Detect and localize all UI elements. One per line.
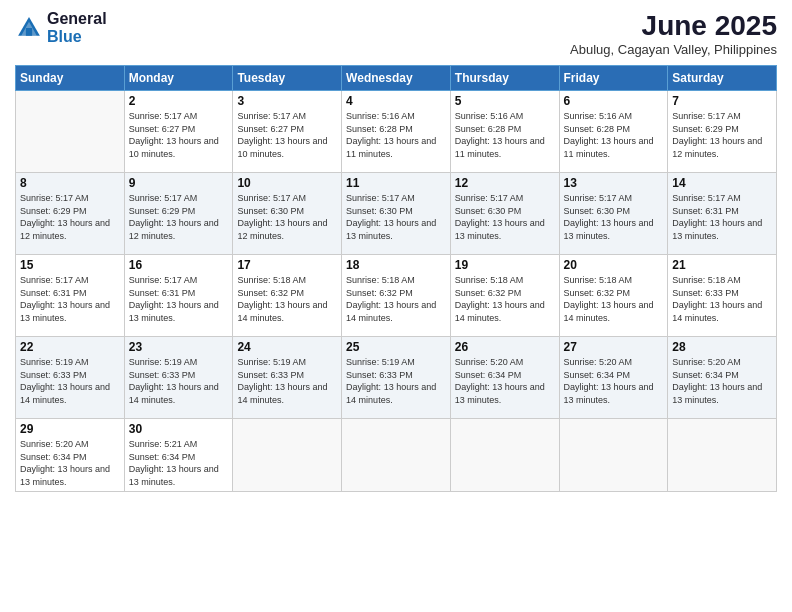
sunset-label: Sunset: 6:32 PM: [346, 288, 413, 298]
col-friday: Friday: [559, 66, 668, 91]
table-cell: 3 Sunrise: 5:17 AM Sunset: 6:27 PM Dayli…: [233, 91, 342, 173]
daylight-label: Daylight: 13 hours and 12 minutes.: [20, 218, 110, 241]
svg-rect-2: [26, 28, 32, 36]
day-info: Sunrise: 5:17 AM Sunset: 6:27 PM Dayligh…: [129, 110, 229, 160]
sunrise-label: Sunrise: 5:17 AM: [237, 111, 306, 121]
logo: General Blue: [15, 10, 107, 45]
sunrise-label: Sunrise: 5:18 AM: [672, 275, 741, 285]
daylight-label: Daylight: 13 hours and 13 minutes.: [129, 300, 219, 323]
day-info: Sunrise: 5:19 AM Sunset: 6:33 PM Dayligh…: [20, 356, 120, 406]
sunset-label: Sunset: 6:30 PM: [455, 206, 522, 216]
day-number: 2: [129, 94, 229, 108]
table-cell: [668, 419, 777, 492]
table-cell: 4 Sunrise: 5:16 AM Sunset: 6:28 PM Dayli…: [342, 91, 451, 173]
table-cell: 28 Sunrise: 5:20 AM Sunset: 6:34 PM Dayl…: [668, 337, 777, 419]
daylight-label: Daylight: 13 hours and 12 minutes.: [237, 218, 327, 241]
day-number: 9: [129, 176, 229, 190]
table-cell: 20 Sunrise: 5:18 AM Sunset: 6:32 PM Dayl…: [559, 255, 668, 337]
sunrise-label: Sunrise: 5:17 AM: [672, 193, 741, 203]
logo-general-text: General: [47, 10, 107, 28]
daylight-label: Daylight: 13 hours and 13 minutes.: [672, 382, 762, 405]
table-cell: [559, 419, 668, 492]
day-number: 8: [20, 176, 120, 190]
day-number: 14: [672, 176, 772, 190]
col-saturday: Saturday: [668, 66, 777, 91]
day-info: Sunrise: 5:16 AM Sunset: 6:28 PM Dayligh…: [564, 110, 664, 160]
day-number: 7: [672, 94, 772, 108]
day-info: Sunrise: 5:17 AM Sunset: 6:31 PM Dayligh…: [672, 192, 772, 242]
day-number: 16: [129, 258, 229, 272]
table-cell: 14 Sunrise: 5:17 AM Sunset: 6:31 PM Dayl…: [668, 173, 777, 255]
sunrise-label: Sunrise: 5:17 AM: [20, 275, 89, 285]
table-cell: [16, 91, 125, 173]
daylight-label: Daylight: 13 hours and 14 minutes.: [20, 382, 110, 405]
daylight-label: Daylight: 13 hours and 11 minutes.: [455, 136, 545, 159]
sunrise-label: Sunrise: 5:17 AM: [672, 111, 741, 121]
daylight-label: Daylight: 13 hours and 14 minutes.: [237, 382, 327, 405]
table-cell: 27 Sunrise: 5:20 AM Sunset: 6:34 PM Dayl…: [559, 337, 668, 419]
sunset-label: Sunset: 6:29 PM: [20, 206, 87, 216]
sunset-label: Sunset: 6:34 PM: [20, 452, 87, 462]
sunset-label: Sunset: 6:27 PM: [129, 124, 196, 134]
sunrise-label: Sunrise: 5:17 AM: [346, 193, 415, 203]
daylight-label: Daylight: 13 hours and 13 minutes.: [20, 464, 110, 487]
sunset-label: Sunset: 6:30 PM: [346, 206, 413, 216]
daylight-label: Daylight: 13 hours and 12 minutes.: [129, 218, 219, 241]
table-cell: 7 Sunrise: 5:17 AM Sunset: 6:29 PM Dayli…: [668, 91, 777, 173]
table-cell: 15 Sunrise: 5:17 AM Sunset: 6:31 PM Dayl…: [16, 255, 125, 337]
daylight-label: Daylight: 13 hours and 14 minutes.: [129, 382, 219, 405]
sunrise-label: Sunrise: 5:17 AM: [564, 193, 633, 203]
location: Abulug, Cagayan Valley, Philippines: [570, 42, 777, 57]
day-number: 11: [346, 176, 446, 190]
page: General Blue June 2025 Abulug, Cagayan V…: [0, 0, 792, 612]
sunset-label: Sunset: 6:31 PM: [129, 288, 196, 298]
day-number: 24: [237, 340, 337, 354]
sunrise-label: Sunrise: 5:19 AM: [237, 357, 306, 367]
table-cell: 5 Sunrise: 5:16 AM Sunset: 6:28 PM Dayli…: [450, 91, 559, 173]
table-cell: 13 Sunrise: 5:17 AM Sunset: 6:30 PM Dayl…: [559, 173, 668, 255]
month-title: June 2025: [570, 10, 777, 42]
table-cell: [342, 419, 451, 492]
day-info: Sunrise: 5:17 AM Sunset: 6:30 PM Dayligh…: [564, 192, 664, 242]
table-cell: 22 Sunrise: 5:19 AM Sunset: 6:33 PM Dayl…: [16, 337, 125, 419]
day-info: Sunrise: 5:19 AM Sunset: 6:33 PM Dayligh…: [346, 356, 446, 406]
sunset-label: Sunset: 6:34 PM: [672, 370, 739, 380]
day-info: Sunrise: 5:17 AM Sunset: 6:29 PM Dayligh…: [672, 110, 772, 160]
day-info: Sunrise: 5:19 AM Sunset: 6:33 PM Dayligh…: [237, 356, 337, 406]
sunrise-label: Sunrise: 5:20 AM: [672, 357, 741, 367]
day-info: Sunrise: 5:18 AM Sunset: 6:32 PM Dayligh…: [237, 274, 337, 324]
sunrise-label: Sunrise: 5:21 AM: [129, 439, 198, 449]
sunset-label: Sunset: 6:31 PM: [20, 288, 87, 298]
sunset-label: Sunset: 6:32 PM: [455, 288, 522, 298]
calendar-table: Sunday Monday Tuesday Wednesday Thursday…: [15, 65, 777, 492]
table-cell: 21 Sunrise: 5:18 AM Sunset: 6:33 PM Dayl…: [668, 255, 777, 337]
daylight-label: Daylight: 13 hours and 10 minutes.: [237, 136, 327, 159]
day-info: Sunrise: 5:17 AM Sunset: 6:29 PM Dayligh…: [20, 192, 120, 242]
day-number: 21: [672, 258, 772, 272]
day-number: 27: [564, 340, 664, 354]
sunset-label: Sunset: 6:28 PM: [346, 124, 413, 134]
day-info: Sunrise: 5:16 AM Sunset: 6:28 PM Dayligh…: [455, 110, 555, 160]
day-number: 19: [455, 258, 555, 272]
sunset-label: Sunset: 6:27 PM: [237, 124, 304, 134]
day-info: Sunrise: 5:18 AM Sunset: 6:32 PM Dayligh…: [346, 274, 446, 324]
sunset-label: Sunset: 6:29 PM: [129, 206, 196, 216]
daylight-label: Daylight: 13 hours and 13 minutes.: [455, 382, 545, 405]
day-info: Sunrise: 5:17 AM Sunset: 6:30 PM Dayligh…: [346, 192, 446, 242]
sunrise-label: Sunrise: 5:17 AM: [129, 111, 198, 121]
day-info: Sunrise: 5:17 AM Sunset: 6:29 PM Dayligh…: [129, 192, 229, 242]
sunrise-label: Sunrise: 5:20 AM: [564, 357, 633, 367]
day-number: 5: [455, 94, 555, 108]
daylight-label: Daylight: 13 hours and 13 minutes.: [129, 464, 219, 487]
day-info: Sunrise: 5:17 AM Sunset: 6:30 PM Dayligh…: [455, 192, 555, 242]
day-info: Sunrise: 5:20 AM Sunset: 6:34 PM Dayligh…: [455, 356, 555, 406]
sunset-label: Sunset: 6:33 PM: [237, 370, 304, 380]
day-info: Sunrise: 5:17 AM Sunset: 6:27 PM Dayligh…: [237, 110, 337, 160]
daylight-label: Daylight: 13 hours and 13 minutes.: [564, 382, 654, 405]
sunrise-label: Sunrise: 5:18 AM: [346, 275, 415, 285]
day-info: Sunrise: 5:20 AM Sunset: 6:34 PM Dayligh…: [672, 356, 772, 406]
table-cell: 25 Sunrise: 5:19 AM Sunset: 6:33 PM Dayl…: [342, 337, 451, 419]
table-cell: 12 Sunrise: 5:17 AM Sunset: 6:30 PM Dayl…: [450, 173, 559, 255]
daylight-label: Daylight: 13 hours and 13 minutes.: [346, 218, 436, 241]
day-number: 30: [129, 422, 229, 436]
